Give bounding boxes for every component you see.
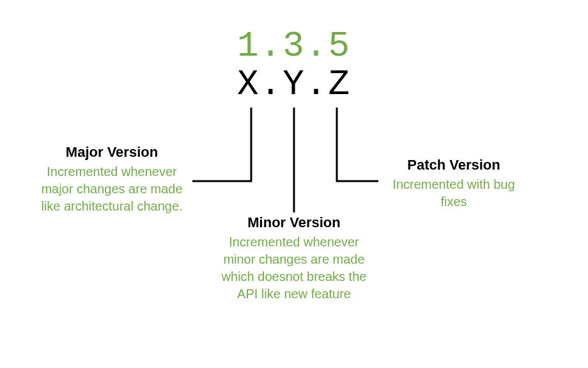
version-example: 1.3.5 — [0, 26, 588, 67]
minor-version-title: Minor Version — [217, 214, 371, 231]
patch-version-title: Patch Version — [380, 157, 527, 173]
major-version-description: Incremented whenever major changes are m… — [35, 163, 189, 215]
minor-version-section: Minor Version Incremented whenever minor… — [217, 214, 371, 303]
connector-patch — [337, 108, 378, 181]
semver-diagram: 1.3.5 X.Y.Z Major Version Incremented wh… — [0, 0, 588, 368]
version-template: X.Y.Z — [0, 64, 588, 105]
minor-version-description: Incremented whenever minor changes are m… — [217, 234, 371, 303]
major-version-title: Major Version — [35, 144, 189, 161]
major-version-section: Major Version Incremented whenever major… — [35, 144, 189, 215]
patch-version-section: Patch Version Incremented with bug fixes — [380, 157, 527, 211]
patch-version-description: Incremented with bug fixes — [380, 176, 527, 211]
connector-major — [192, 108, 251, 181]
